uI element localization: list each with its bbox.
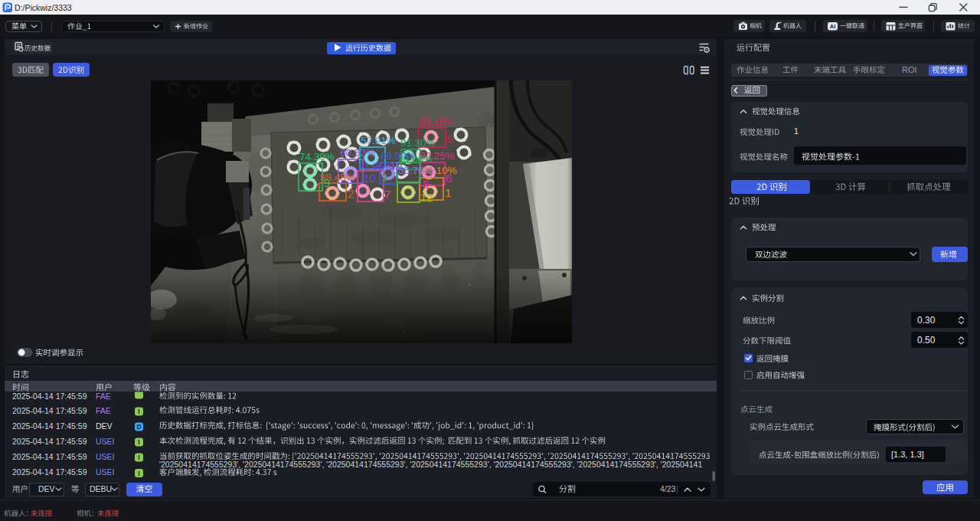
svg-text:ROI: ROI	[902, 65, 917, 74]
svg-text:AI: AI	[830, 23, 836, 30]
svg-text:2025-04-14 17:45:59: 2025-04-14 17:45:59	[12, 467, 87, 477]
svg-text:2025-04-14 17:45:59: 2025-04-14 17:45:59	[12, 392, 87, 401]
svg-text:I: I	[138, 408, 139, 415]
svg-text:2025-04-14 17:45:59: 2025-04-14 17:45:59	[12, 421, 87, 431]
svg-text:USEI: USEI	[96, 437, 115, 446]
svg-text:DEV: DEV	[96, 421, 113, 431]
svg-text:1: 1	[794, 126, 799, 136]
svg-text:USEI: USEI	[96, 467, 115, 477]
svg-text:D:/Pickwiz/3333: D:/Pickwiz/3333	[15, 3, 72, 12]
svg-text:0.50: 0.50	[917, 335, 936, 346]
svg-text:4/23: 4/23	[660, 484, 676, 493]
svg-text:[1.3, 1.3]: [1.3, 1.3]	[891, 450, 924, 459]
svg-text:USEI: USEI	[96, 452, 115, 461]
svg-text:2025-04-14 17:45:59: 2025-04-14 17:45:59	[12, 452, 87, 461]
svg-text:2025-04-14 17:45:59: 2025-04-14 17:45:59	[12, 406, 87, 415]
svg-text:'20250414174555293', '20250414: '20250414174555293', '20250414174555293'…	[159, 460, 702, 469]
svg-text:D: D	[136, 423, 141, 431]
svg-text:DEBU: DEBU	[90, 484, 112, 493]
svg-text:0.30: 0.30	[917, 315, 936, 326]
svg-text:FAE: FAE	[96, 392, 111, 401]
svg-text:DEV: DEV	[38, 484, 55, 493]
svg-text:I: I	[138, 438, 139, 446]
svg-text:2025-04-14 17:45:59: 2025-04-14 17:45:59	[12, 437, 87, 446]
svg-text:I: I	[138, 454, 139, 461]
svg-text:I: I	[138, 470, 139, 477]
svg-text:FAE: FAE	[96, 406, 111, 415]
